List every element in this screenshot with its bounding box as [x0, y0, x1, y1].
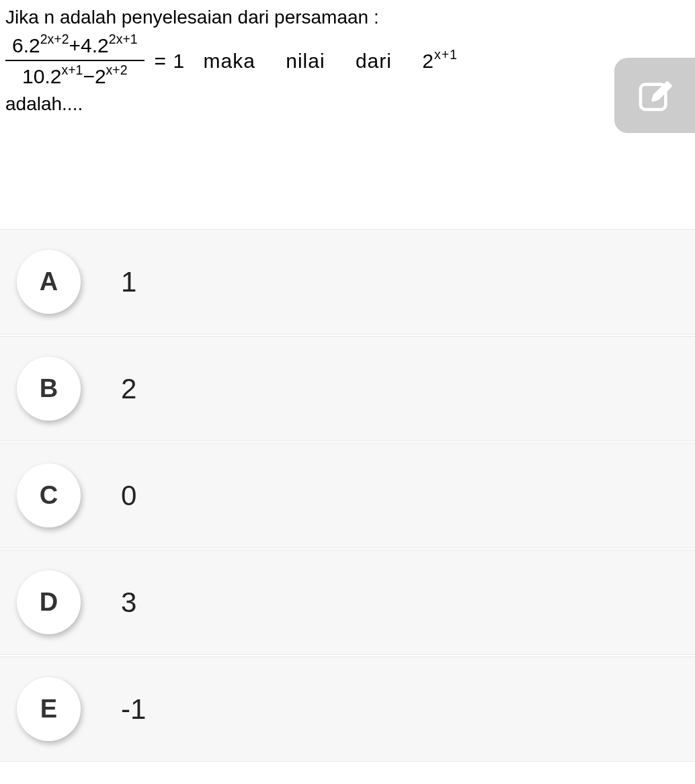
answer-text: 0: [121, 480, 136, 512]
num-term2-exp: 2x+1: [109, 32, 138, 46]
equation-rest: = 1 maka nilai dari 2x+1: [155, 48, 470, 73]
den-minus: −2: [83, 65, 106, 87]
numerator: 6.22x+2+4.22x+1: [5, 33, 145, 61]
equals-text: = 1: [155, 50, 186, 72]
edit-icon: [636, 77, 673, 114]
num-term1-base: 6.2: [12, 34, 40, 56]
den-term1-base: 10.2: [22, 65, 61, 87]
answer-option-d[interactable]: D 3: [0, 550, 695, 655]
fraction: 6.22x+2+4.22x+1 10.2x+1−2x+2: [5, 33, 145, 88]
rhs-base: 2: [422, 50, 434, 72]
answer-label: A: [17, 250, 81, 314]
answer-label: B: [17, 357, 81, 421]
answers-area: A 1 B 2 C 0 D 3 E -1: [0, 229, 695, 762]
den-term2-exp: x+2: [106, 62, 128, 77]
equation: 6.22x+2+4.22x+1 10.2x+1−2x+2 = 1 maka ni…: [5, 33, 690, 88]
answer-option-e[interactable]: E -1: [0, 656, 695, 762]
word-maka: maka: [204, 50, 255, 72]
num-term1-exp: 2x+2: [40, 32, 69, 46]
num-plus: +4.2: [69, 34, 109, 56]
answer-label: D: [17, 570, 81, 634]
edit-button[interactable]: [614, 58, 695, 133]
den-term1-exp: x+1: [61, 62, 83, 77]
answer-text: -1: [121, 693, 146, 726]
question-intro: Jika n adalah penyelesaian dari persamaa…: [5, 5, 690, 30]
rhs-expression: 2x+1: [422, 50, 458, 72]
question-area: Jika n adalah penyelesaian dari persamaa…: [0, 0, 695, 115]
answer-label: E: [17, 677, 81, 741]
denominator: 10.2x+1−2x+2: [15, 61, 134, 88]
question-tail: adalah....: [5, 93, 690, 115]
word-nilai: nilai: [286, 50, 325, 72]
answer-text: 3: [121, 586, 136, 619]
answer-option-b[interactable]: B 2: [0, 336, 695, 441]
answer-option-a[interactable]: A 1: [0, 229, 695, 335]
answer-label: C: [17, 464, 81, 527]
answer-text: 2: [121, 373, 136, 405]
word-dari: dari: [356, 50, 392, 72]
answer-text: 1: [121, 266, 136, 298]
answer-option-c[interactable]: C 0: [0, 443, 695, 548]
rhs-exp: x+1: [434, 47, 458, 62]
